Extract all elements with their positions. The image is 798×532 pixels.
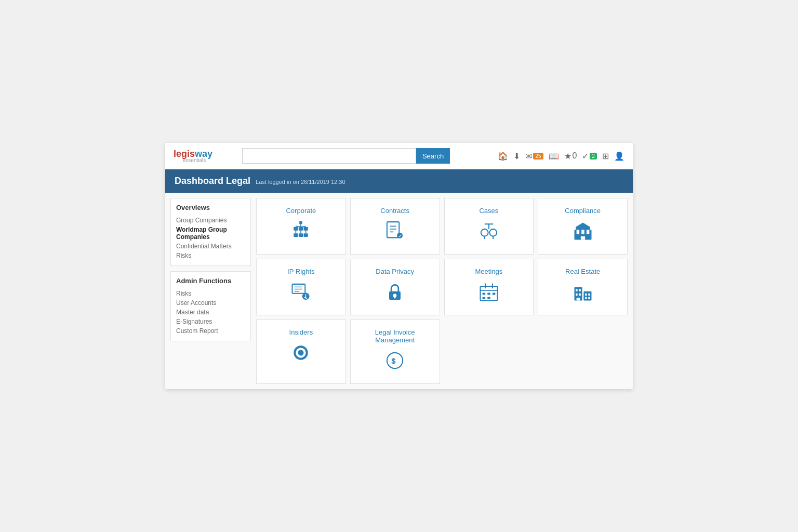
svg-rect-51 (576, 289, 577, 291)
dashboard-title: Dashboard Legal (175, 176, 250, 187)
star-icon[interactable]: ★ 0 (564, 151, 577, 161)
dashboard-last-login: Last logged in on 26/11/2019 12:30 (256, 179, 345, 185)
svg-rect-2 (304, 227, 308, 231)
svg-line-5 (296, 226, 301, 227)
logo: legisway essentials (174, 149, 215, 163)
svg-rect-26 (576, 230, 579, 234)
tile-real-estate[interactable]: Real Estate (538, 259, 628, 315)
svg-rect-45 (487, 292, 490, 295)
tile-ip-rights[interactable]: IP Rights (256, 259, 346, 315)
svg-rect-0 (300, 221, 303, 224)
svg-rect-11 (304, 233, 308, 237)
svg-rect-55 (585, 294, 587, 296)
svg-rect-50 (583, 291, 591, 301)
svg-rect-59 (576, 298, 580, 301)
tile-data-privacy[interactable]: Data Privacy (350, 259, 440, 315)
meetings-icon (477, 281, 500, 307)
tile-meetings[interactable]: Meetings (444, 259, 534, 315)
tile-ip-rights-label: IP Rights (287, 268, 315, 275)
sidebar-overviews: Overviews Group Companies Worldmap Group… (170, 198, 251, 266)
svg-text:$: $ (391, 356, 396, 365)
svg-rect-53 (576, 294, 577, 296)
legal-invoice-icon: $ (383, 349, 406, 375)
sidebar: Overviews Group Companies Worldmap Group… (170, 198, 251, 384)
dashboard-title-bar: Dashboard Legal Last logged in on 26/11/… (165, 169, 633, 193)
svg-rect-47 (483, 297, 486, 299)
tile-insiders-label: Insiders (289, 328, 313, 336)
tile-corporate-label: Corporate (286, 207, 316, 215)
tile-legal-invoice[interactable]: Legal Invoice Management $ (350, 320, 440, 384)
search-input[interactable] (242, 148, 416, 164)
ip-rights-icon (289, 281, 312, 307)
check-icon[interactable]: ✓ 2 (582, 151, 597, 161)
tile-meetings-label: Meetings (475, 268, 503, 275)
grid-icon[interactable]: ⊞ (602, 151, 609, 161)
admin-title: Admin Functions (176, 277, 245, 285)
real-estate-icon (571, 281, 594, 307)
messages-badge: 25 (533, 153, 543, 159)
svg-rect-1 (294, 227, 298, 231)
sidebar-item-risks-overview[interactable]: Risks (176, 251, 245, 260)
messages-icon[interactable]: ✉ 25 (525, 151, 543, 161)
search-button[interactable]: Search (416, 148, 450, 164)
svg-rect-54 (579, 294, 580, 296)
check-badge: 2 (590, 153, 597, 159)
search-bar: Search (242, 148, 450, 164)
svg-rect-7 (294, 233, 298, 237)
svg-rect-27 (581, 230, 584, 234)
tile-data-privacy-label: Data Privacy (376, 268, 414, 275)
book-icon[interactable]: 📖 (549, 151, 559, 161)
tile-compliance-label: Compliance (565, 207, 601, 215)
svg-rect-52 (579, 289, 580, 291)
sidebar-item-user-accounts[interactable]: User Accounts (176, 298, 245, 308)
app-wrapper: legisway essentials Search 🏠 ⬇ ✉ 25 📖 ★ … (165, 143, 633, 389)
svg-rect-29 (581, 236, 585, 240)
svg-line-6 (301, 226, 306, 227)
tiles-area: Corporate (256, 198, 628, 384)
tile-compliance[interactable]: Compliance (538, 198, 628, 255)
sidebar-item-e-signatures[interactable]: E-Signatures (176, 317, 245, 326)
user-icon[interactable]: 👤 (614, 151, 624, 161)
svg-rect-3 (299, 227, 303, 231)
svg-rect-9 (299, 233, 303, 237)
tile-contracts[interactable]: Contracts ✓ (350, 198, 440, 255)
tile-cases-label: Cases (479, 207, 498, 215)
svg-rect-57 (585, 297, 587, 299)
svg-rect-28 (587, 230, 590, 234)
tile-legal-invoice-label: Legal Invoice Management (355, 328, 435, 344)
contracts-icon: ✓ (383, 220, 406, 246)
sidebar-item-custom-report[interactable]: Custom Report (176, 326, 245, 336)
home-icon[interactable]: 🏠 (498, 151, 508, 161)
sidebar-admin: Admin Functions Risks User Accounts Mast… (170, 271, 251, 341)
tile-contracts-label: Contracts (380, 207, 409, 215)
star-count: 0 (573, 151, 577, 161)
tile-insiders[interactable]: Insiders (256, 320, 346, 384)
header: legisway essentials Search 🏠 ⬇ ✉ 25 📖 ★ … (165, 143, 633, 169)
sidebar-item-worldmap[interactable]: Worldmap Group Companies (176, 225, 245, 242)
svg-point-20 (489, 229, 497, 236)
svg-rect-58 (588, 297, 590, 299)
tile-corporate[interactable]: Corporate (256, 198, 346, 255)
sidebar-item-master-data[interactable]: Master data (176, 308, 245, 317)
corporate-icon (289, 220, 312, 246)
download-icon[interactable]: ⬇ (513, 151, 520, 161)
overviews-title: Overviews (176, 204, 245, 211)
compliance-icon (571, 220, 594, 246)
tile-real-estate-label: Real Estate (565, 268, 600, 275)
cases-icon (477, 220, 500, 246)
main-content: Overviews Group Companies Worldmap Group… (165, 193, 633, 389)
svg-rect-46 (493, 292, 496, 295)
header-icons: 🏠 ⬇ ✉ 25 📖 ★ 0 ✓ 2 ⊞ 👤 (498, 151, 624, 161)
svg-rect-44 (483, 292, 486, 295)
svg-rect-48 (487, 297, 490, 299)
sidebar-item-group-companies[interactable]: Group Companies (176, 216, 245, 225)
svg-text:✓: ✓ (398, 234, 402, 238)
data-privacy-icon (383, 281, 406, 307)
insiders-icon (289, 341, 312, 367)
svg-rect-39 (394, 296, 396, 298)
sidebar-item-confidential[interactable]: Confidential Matters (176, 242, 245, 251)
tile-cases[interactable]: Cases (444, 198, 534, 255)
svg-point-19 (481, 229, 488, 236)
sidebar-item-risks-admin[interactable]: Risks (176, 289, 245, 298)
svg-rect-56 (588, 294, 590, 296)
